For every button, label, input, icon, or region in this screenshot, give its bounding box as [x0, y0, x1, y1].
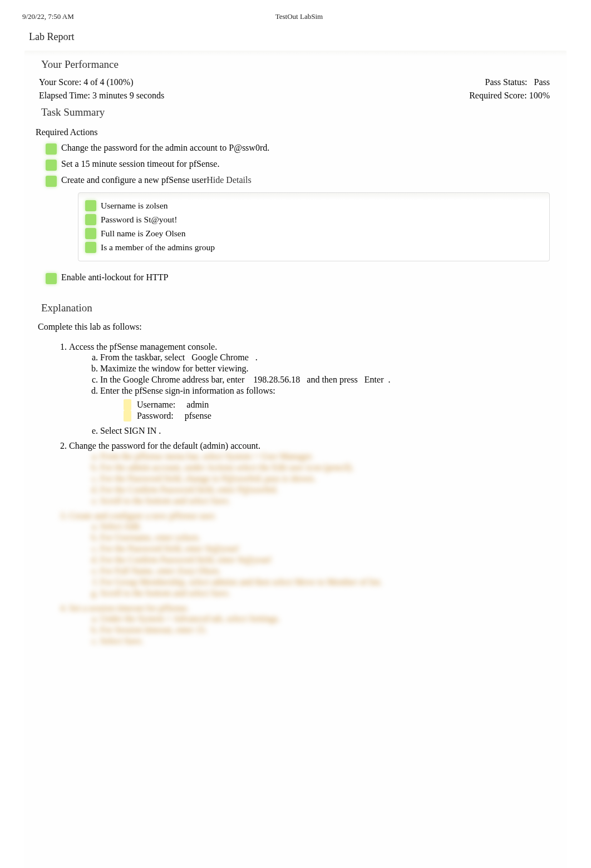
header-app: TestOut LabSim: [74, 12, 524, 21]
step-4: Set a session timeout for pfSense. Under…: [69, 602, 567, 650]
pass-status: Pass Status: Pass: [485, 77, 550, 87]
highlight-icon: [124, 410, 131, 421]
detail-fullname: Full name is Zoey Olsen: [85, 226, 543, 240]
page-title: Lab Report: [0, 26, 591, 51]
step-1d: Enter the pfSense sign-in information as…: [100, 385, 567, 425]
detail-password: Password is St@yout!: [85, 212, 543, 226]
check-icon: [85, 242, 96, 253]
elapsed-time: Elapsed Time: 3 minutes 9 seconds: [39, 91, 164, 101]
step-1a: From the taskbar, select Google Chrome .: [100, 352, 567, 363]
check-icon: [46, 176, 57, 187]
explanation-heading: Explanation: [24, 292, 567, 320]
header-datetime: 9/20/22, 7:50 AM: [22, 12, 74, 21]
check-icon: [85, 228, 96, 239]
page-header: 9/20/22, 7:50 AM TestOut LabSim: [0, 0, 591, 26]
detail-group: Is a member of the admins group: [85, 240, 543, 254]
step-1b: Maximize the window for better viewing.: [100, 363, 567, 374]
explanation-steps: Access the pfSense management console. F…: [24, 341, 567, 650]
score-row: Your Score: 4 of 4 (100%) Pass Status: P…: [24, 76, 567, 90]
report-panel: Your Performance Your Score: 4 of 4 (100…: [24, 51, 567, 868]
detail-username: Username is zolsen: [85, 199, 543, 212]
performance-heading: Your Performance: [24, 51, 567, 76]
step-1e: Select SIGN IN .: [100, 425, 567, 437]
score-label: Your Score: 4 of 4 (100%): [39, 77, 133, 87]
step-2: Change the password for the default (adm…: [69, 440, 567, 510]
step-1c: In the Google Chrome address bar, enter …: [100, 374, 567, 385]
action-3: Create and configure a new pfSense userH…: [24, 173, 567, 189]
step-1: Access the pfSense management console. F…: [69, 341, 567, 440]
step-3: Create and configure a new pfSense user.…: [69, 510, 567, 602]
check-icon: [46, 143, 57, 155]
check-icon: [46, 160, 57, 171]
action-3-details: Username is zolsen Password is St@yout! …: [78, 192, 550, 261]
step-2-substeps: From the pfSense menu bar, select System…: [69, 451, 567, 507]
required-actions-heading: Required Actions: [24, 124, 567, 141]
hide-details-toggle[interactable]: Hide Details: [206, 175, 251, 185]
action-2: Set a 15 minute session timeout for pfSe…: [24, 157, 567, 173]
time-row: Elapsed Time: 3 minutes 9 seconds Requir…: [24, 90, 567, 103]
task-summary-heading: Task Summary: [24, 103, 567, 124]
check-icon: [85, 214, 96, 225]
check-icon: [46, 273, 57, 284]
explanation-intro: Complete this lab as follows:: [24, 320, 567, 341]
check-icon: [85, 200, 96, 211]
action-1: Change the password for the admin accoun…: [24, 141, 567, 157]
action-4: Enable anti-lockout for HTTP: [24, 267, 567, 292]
required-score: Required Score: 100%: [469, 91, 550, 101]
credentials-block: Username: admin Password: pfsense: [120, 398, 567, 423]
highlight-icon: [124, 399, 131, 410]
